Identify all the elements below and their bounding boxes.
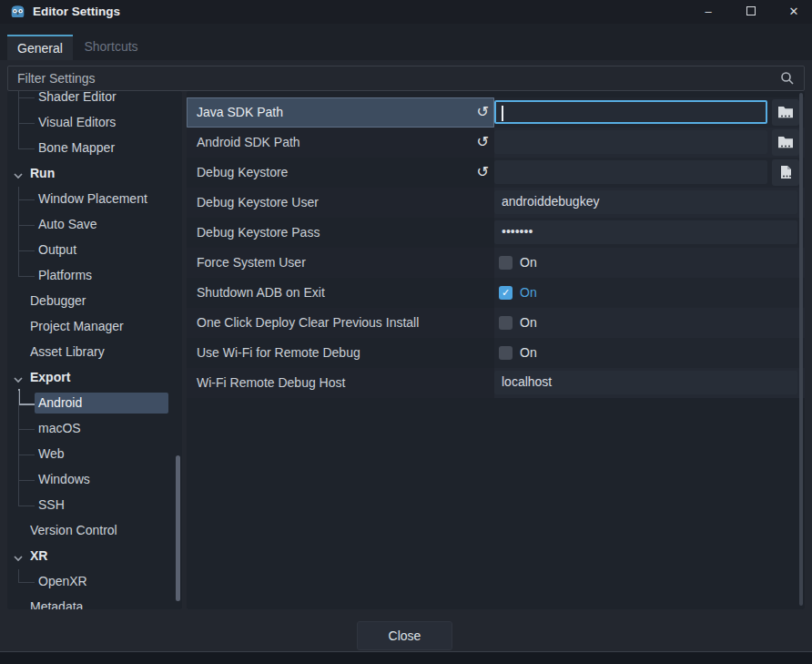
tree-item-bone-mapper[interactable]: Bone Mapper — [7, 136, 182, 161]
setting-label-cell[interactable]: Shutdown ADB on Exit — [187, 278, 494, 308]
inspector-scrollbar[interactable] — [799, 93, 803, 606]
tree-item-macos[interactable]: macOS — [7, 416, 182, 442]
text-field[interactable] — [494, 100, 767, 124]
setting-row-debug-keystore-pass: Debug Keystore Pass••••••• — [187, 218, 805, 248]
browse-folder-button[interactable] — [772, 129, 799, 156]
filter-settings-input[interactable]: Filter Settings — [7, 66, 805, 91]
setting-label-cell[interactable]: Java SDK Path↺ — [187, 97, 494, 128]
setting-value-cell — [494, 128, 805, 158]
setting-row-android-sdk-path: Android SDK Path↺ — [187, 128, 805, 158]
checkbox[interactable]: ✓ — [499, 286, 513, 300]
tree-item-shader-editor[interactable]: Shader Editor — [7, 91, 182, 110]
setting-label-cell[interactable]: Debug Keystore↺ — [187, 158, 494, 188]
text-field[interactable]: localhost — [494, 371, 797, 394]
tree-item-label: Debugger — [26, 291, 94, 312]
tree-item-windows[interactable]: Windows — [7, 467, 182, 493]
tree-item-label: Window Placement — [35, 189, 155, 209]
tree-item-version-control[interactable]: Version Control — [7, 518, 182, 544]
outside-window-area — [0, 652, 812, 664]
setting-row-debug-keystore-user: Debug Keystore Userandroiddebugkey — [187, 188, 805, 218]
tree-item-web[interactable]: Web — [7, 442, 182, 467]
tree-item-label: Windows — [35, 469, 97, 490]
reset-to-default-icon[interactable]: ↺ — [477, 128, 489, 158]
window-title: Editor Settings — [33, 0, 120, 24]
setting-label: Android SDK Path — [197, 128, 300, 158]
setting-label-cell[interactable]: Debug Keystore User — [187, 188, 494, 218]
tree-item-run[interactable]: Run — [7, 161, 182, 187]
settings-tree: Shader EditorVisual EditorsBone MapperRu… — [7, 91, 182, 609]
tree-item-output[interactable]: Output — [7, 238, 182, 263]
text-field[interactable]: androiddebugkey — [494, 190, 797, 214]
chevron-down-icon[interactable] — [13, 373, 24, 383]
text-field[interactable] — [494, 130, 767, 154]
tree-item-export[interactable]: Export — [7, 365, 182, 391]
close-window-button[interactable]: ✕ — [778, 0, 809, 24]
tree-item-platforms[interactable]: Platforms — [7, 263, 182, 289]
setting-label-cell[interactable]: Wi-Fi Remote Debug Host — [187, 368, 494, 398]
setting-row-force-system-user: Force System UserOn — [187, 248, 805, 278]
setting-label-cell[interactable]: Android SDK Path↺ — [187, 128, 494, 158]
tree-item-label: Version Control — [26, 520, 125, 541]
setting-row-one-click-deploy-clear-previous-install: One Click Deploy Clear Previous InstallO… — [187, 308, 805, 338]
setting-label: Java SDK Path — [197, 97, 283, 128]
setting-value-cell — [494, 97, 805, 128]
browse-folder-button[interactable] — [772, 99, 799, 126]
password-field[interactable]: ••••••• — [494, 220, 797, 244]
browse-file-button[interactable] — [772, 159, 799, 186]
godot-logo-icon — [10, 5, 25, 19]
setting-value-cell: ••••••• — [494, 218, 805, 248]
setting-label-cell[interactable]: Debug Keystore Pass — [187, 218, 494, 248]
checkbox[interactable] — [499, 256, 513, 270]
tree-item-label: Shader Editor — [35, 91, 124, 107]
checkbox[interactable] — [499, 346, 513, 360]
tree-item-label: Visual Editors — [35, 112, 123, 133]
tree-item-auto-save[interactable]: Auto Save — [7, 212, 182, 238]
tree-item-xr[interactable]: XR — [7, 544, 182, 569]
tab-shortcuts[interactable]: Shortcuts — [75, 35, 147, 60]
tree-item-debugger[interactable]: Debugger — [7, 289, 182, 314]
text-field[interactable] — [494, 160, 767, 184]
setting-label-cell[interactable]: Force System User — [187, 248, 494, 278]
setting-label-cell[interactable]: One Click Deploy Clear Previous Install — [187, 308, 494, 338]
setting-label: Debug Keystore Pass — [197, 218, 320, 248]
setting-value-cell — [494, 158, 805, 188]
filter-placeholder: Filter Settings — [17, 66, 96, 90]
tree-item-openxr[interactable]: OpenXR — [7, 569, 182, 595]
tree-item-label: Web — [35, 444, 72, 465]
setting-row-debug-keystore: Debug Keystore↺ — [187, 158, 805, 188]
tree-item-label: XR — [26, 546, 55, 567]
search-icon — [780, 71, 795, 86]
tree-item-asset-library[interactable]: Asset Library — [7, 340, 182, 365]
setting-label: Shutdown ADB on Exit — [197, 278, 325, 308]
tree-item-label: Export — [26, 367, 77, 388]
tab-general[interactable]: General — [7, 35, 73, 60]
setting-label-cell[interactable]: Use Wi-Fi for Remote Debug — [187, 338, 494, 368]
minimize-button[interactable]: – — [693, 0, 724, 24]
tree-item-label: Bone Mapper — [35, 138, 122, 158]
maximize-icon — [746, 6, 756, 15]
tree-connector-line — [18, 389, 20, 404]
tree-item-metadata[interactable]: Metadata — [7, 595, 182, 609]
maximize-button[interactable] — [736, 0, 766, 24]
setting-label: Wi-Fi Remote Debug Host — [197, 368, 345, 398]
tree-item-label: Project Manager — [26, 316, 131, 337]
tree-item-project-manager[interactable]: Project Manager — [7, 314, 182, 340]
tree-item-label: Android — [35, 393, 168, 414]
tree-item-android[interactable]: Android — [7, 391, 182, 416]
chevron-down-icon[interactable] — [13, 551, 24, 562]
tree-item-visual-editors[interactable]: Visual Editors — [7, 110, 182, 136]
reset-to-default-icon[interactable]: ↺ — [477, 158, 489, 188]
checkbox-label: On — [520, 248, 537, 278]
setting-value-cell: On — [494, 338, 805, 368]
tree-item-label: Auto Save — [35, 214, 105, 235]
tree-item-window-placement[interactable]: Window Placement — [7, 187, 182, 212]
setting-row-use-wi-fi-for-remote-debug: Use Wi-Fi for Remote DebugOn — [187, 338, 805, 368]
reset-to-default-icon[interactable]: ↺ — [477, 97, 489, 128]
checkbox[interactable] — [499, 316, 513, 330]
setting-row-java-sdk-path: Java SDK Path↺ — [187, 97, 805, 128]
close-button[interactable]: Close — [357, 621, 452, 650]
chevron-down-icon[interactable] — [13, 169, 24, 179]
setting-value-cell: androiddebugkey — [494, 188, 805, 218]
sidebar-scrollbar[interactable] — [176, 455, 180, 601]
tree-item-ssh[interactable]: SSH — [7, 493, 182, 518]
